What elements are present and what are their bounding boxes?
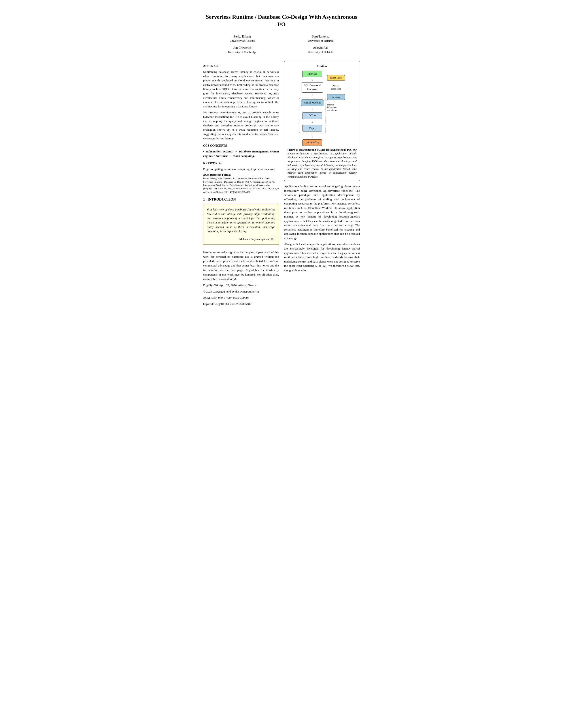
author-2-name: Sasu Tarkoma	[282, 34, 360, 39]
io-uring-label: io_uring	[332, 96, 340, 98]
intro-title: 1 INTRODUCTION	[203, 197, 279, 202]
os-interface-label: OS interface	[306, 141, 319, 144]
dashed-async-box: Virtual Machine ↓ B-Tree ↓ Pager	[299, 98, 325, 133]
acm-ref-title: ACM Reference Format:	[203, 173, 279, 177]
abstract-title: ABSTRACT	[203, 64, 279, 68]
abstract-text-2: We propose rearchitecting SQLite to prov…	[203, 110, 279, 141]
quote-box: If at least one of these attributes [ban…	[203, 204, 279, 244]
author-2: Sasu Tarkoma University of Helsinki	[282, 34, 360, 43]
arrow-1: ↓	[312, 77, 313, 82]
author-1-name: Pekka Enberg	[203, 34, 282, 39]
intro-text-1: Applications built to run on cloud and e…	[284, 184, 360, 240]
intro-number: 1	[203, 197, 205, 201]
event-loop-box: Event Loop	[327, 75, 345, 81]
paper-title: Serverless Runtime / Database Co-Design …	[203, 13, 360, 28]
author-4-name: Ashwin Rao	[282, 46, 360, 50]
event-loop-label: Event Loop	[330, 76, 342, 79]
quote-divider	[207, 235, 275, 235]
footer-line5: https://doi.org/10.1145/3642968.3654821	[203, 302, 279, 306]
diagram-left: Interface ↓ SQL CommandProcessor ↓ Vir	[299, 71, 325, 146]
quote-attribution: Mahadev Satyanarayanan [10].	[207, 237, 275, 241]
author-2-affil: University of Helsinki	[282, 39, 360, 43]
quote-text: If at least one of these attributes [ban…	[207, 207, 275, 233]
footer-line2: EdgeSys '24, April 22, 2024, Athens, Gre…	[203, 283, 279, 287]
pager-box: Pager	[302, 125, 322, 131]
page: Serverless Runtime / Database Co-Design …	[188, 0, 375, 321]
author-3-affil: University of Cambridge	[203, 50, 282, 54]
btree-box: B-Tree	[302, 112, 322, 119]
author-4-affil: University of Helsinki	[282, 50, 360, 54]
figure-caption-italic: The SQLite architecture is synchronous, …	[288, 148, 357, 178]
keywords-title: KEYWORDS	[203, 161, 279, 166]
main-content: ABSTRACT Minimizing database access late…	[203, 61, 360, 308]
acm-ref-text: Pekka Enberg, Sasu Tarkoma, Jon Crowcrof…	[203, 177, 279, 194]
author-4: Ashwin Rao University of Helsinki	[282, 46, 360, 54]
arrow-4: ↓	[312, 120, 313, 124]
intro-section: 1 INTRODUCTION If at least one of these …	[203, 197, 279, 244]
arrow-2: ↓	[312, 93, 313, 98]
intro-text-2: Along with location agnostic application…	[284, 242, 360, 272]
author-3-name: Jon Crowcroft	[203, 46, 282, 50]
figure-1: Runtime Interface ↓ SQL CommandProcessor	[284, 61, 360, 181]
poll-io-group: Poll I/Ocompletion	[327, 84, 345, 91]
right-column: Runtime Interface ↓ SQL CommandProcessor	[284, 61, 360, 308]
figure-caption-bold: Figure 1: Rearchitecting SQLite for asyn…	[288, 148, 352, 151]
left-column: ABSTRACT Minimizing database access late…	[203, 61, 279, 308]
footer-line1: Permission to make digital or hard copie…	[203, 250, 279, 281]
io-uring-box: io_uring	[327, 94, 345, 100]
arrow-3: ↓	[312, 107, 313, 111]
figure-caption: Figure 1: Rearchitecting SQLite for asyn…	[288, 148, 357, 179]
interface-box: Interface	[302, 71, 322, 77]
author-3: Jon Crowcroft University of Cambridge	[203, 46, 282, 54]
interface-label: Interface	[308, 72, 317, 75]
intro-heading: INTRODUCTION	[207, 197, 236, 201]
abstract-text-1: Minimizing database access latency is cr…	[203, 70, 279, 109]
sql-command-box: SQL CommandProcessor	[302, 82, 323, 93]
keywords-text: Edge computing, serverless computing, in…	[203, 167, 279, 171]
btree-label: B-Tree	[309, 114, 316, 117]
author-1-affil: University of Helsinki	[203, 39, 282, 43]
pager-label: Pager	[309, 127, 315, 130]
footer-line4: ACM ISBN 979-8-4007-0539-7/24/04	[203, 296, 279, 300]
figure-runtime-label: Runtime	[288, 64, 357, 68]
architecture-diagram: Interface ↓ SQL CommandProcessor ↓ Vir	[288, 71, 357, 146]
virtual-machine-box: Virtual Machine	[301, 99, 323, 106]
diagram-right: Event Loop Poll I/Ocompletion io_uring S…	[327, 71, 345, 146]
authors-grid: Pekka Enberg University of Helsinki Sasu…	[203, 34, 360, 57]
footer-line3: © 2024 Copyright held by the owner/autho…	[203, 289, 279, 294]
submits-label: SubmitsI/O requestsand returns	[327, 103, 345, 112]
arrow-5: ↓	[312, 134, 313, 139]
footer: Permission to make digital or hard copie…	[203, 249, 279, 306]
author-1: Pekka Enberg University of Helsinki	[203, 34, 282, 43]
virtual-machine-label: Virtual Machine	[304, 101, 321, 104]
os-interface-box: OS interface	[302, 139, 322, 146]
ccs-text: • Information systems → Database managem…	[203, 149, 279, 158]
poll-io-label: Poll I/Ocompletion	[331, 84, 341, 91]
ccs-title: CCS CONCEPTS	[203, 144, 279, 148]
acm-ref: ACM Reference Format: Pekka Enberg, Sasu…	[203, 173, 279, 194]
sql-command-label: SQL CommandProcessor	[304, 84, 321, 91]
